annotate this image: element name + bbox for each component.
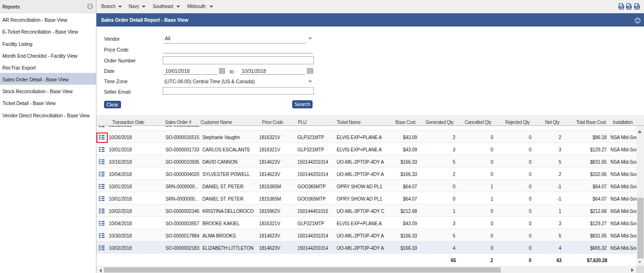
svg-text:CSV: CSV [627,6,631,8]
svg-text:XLS: XLS [635,6,639,8]
svg-text:PDF: PDF [619,6,624,8]
